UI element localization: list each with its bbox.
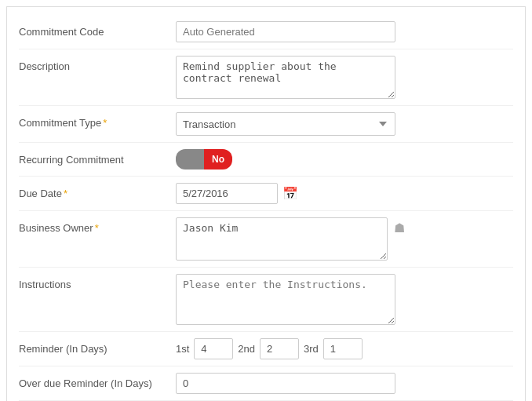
reminder-1st-label: 1st [176,343,189,355]
overdue-reminder-wrap [176,373,513,394]
reminder-row: Reminder (In Days) 1st 2nd 3rd [19,332,513,366]
overdue-reminder-row: Over due Reminder (In Days) [19,366,513,401]
business-owner-inner: ☗ [176,217,513,261]
business-owner-wrap: ☗ [176,217,513,261]
commitment-type-label: Commitment Type* [19,112,176,129]
commitment-form: Commitment Code Description Commitment T… [6,6,526,401]
person-icon[interactable]: ☗ [394,221,405,235]
commitment-code-label: Commitment Code [19,21,176,38]
due-date-row: Due Date* 📅 [19,177,513,211]
description-input[interactable] [176,56,395,99]
instructions-label: Instructions [19,274,176,290]
toggle-off-part[interactable] [176,149,204,170]
instructions-row: Instructions [19,268,513,332]
overdue-reminder-label: Over due Reminder (In Days) [19,373,176,389]
description-wrap [176,56,513,99]
commitment-type-row: Commitment Type* Transaction Milestone G… [19,106,513,143]
reminder-2nd-label: 2nd [238,343,255,355]
commitment-type-wrap: Transaction Milestone General [176,112,513,136]
recurring-commitment-row: Recurring Commitment No [19,143,513,177]
reminder-3rd-input[interactable] [323,338,363,359]
reminder-wrap: 1st 2nd 3rd [176,338,513,359]
recurring-toggle-wrap: No [176,149,513,170]
description-row: Description [19,49,513,106]
toggle-control[interactable]: No [176,149,232,170]
recurring-commitment-label: Recurring Commitment [19,149,176,166]
due-date-label: Due Date* [19,183,176,199]
due-date-wrap: 📅 [176,183,513,204]
reminder-fields: 1st 2nd 3rd [176,338,363,359]
business-owner-row: Business Owner* ☗ [19,211,513,268]
business-owner-label: Business Owner* [19,217,176,234]
reminder-label: Reminder (In Days) [19,338,176,355]
description-label: Description [19,56,176,72]
date-control: 📅 [176,183,298,204]
instructions-wrap [176,274,513,325]
commitment-type-select[interactable]: Transaction Milestone General [176,112,395,136]
business-owner-input[interactable] [176,217,388,261]
commitment-code-input[interactable] [176,21,395,42]
toggle-on-part[interactable]: No [204,149,232,170]
due-date-input[interactable] [176,183,278,204]
calendar-icon[interactable]: 📅 [282,186,298,201]
overdue-reminder-input[interactable] [176,373,395,394]
reminder-3rd-label: 3rd [304,343,319,355]
reminder-2nd-input[interactable] [260,338,299,359]
commitment-code-wrap [176,21,513,42]
reminder-1st-input[interactable] [194,338,233,359]
commitment-code-row: Commitment Code [19,15,513,49]
instructions-input[interactable] [176,274,395,325]
